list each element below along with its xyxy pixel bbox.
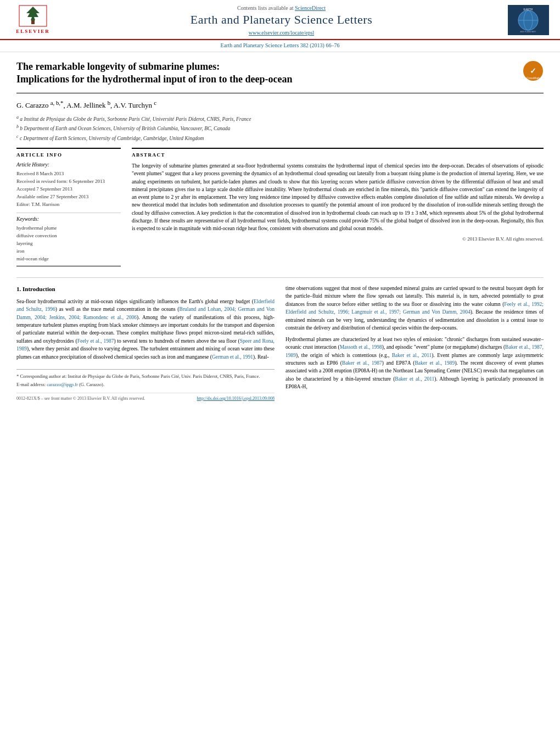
affiliations: a a Institut de Physique du Globe de Par… <box>16 114 544 142</box>
journal-center-info: Contents lists available at ScienceDirec… <box>55 3 508 37</box>
svg-text:AND PLANETARY: AND PLANETARY <box>520 31 537 33</box>
svg-text:EARTH: EARTH <box>524 8 533 11</box>
earth-planetary-logo: EARTH AND PLANETARY <box>508 5 549 35</box>
received-date: Received 8 March 2013 <box>16 170 121 177</box>
intro-para1: Sea-floor hydrothermal activity at mid-o… <box>16 298 275 361</box>
keywords-section: Keywords: hydrothermal plume diffusive c… <box>16 213 121 263</box>
keyword-3: layering <box>16 240 121 247</box>
article-title-section: The remarkable longevity of submarine pl… <box>16 60 544 93</box>
ref-baker2011a[interactable]: Baker et al., 2011 <box>392 353 432 358</box>
footnote-email: E-mail address: carazzo@ipgp.fr (G. Cara… <box>16 381 275 388</box>
elsevier-tree-icon <box>19 5 47 27</box>
email-link[interactable]: carazzo@ipgp.fr <box>47 382 78 387</box>
ref-massoth[interactable]: Massoth et al., 1998 <box>340 344 382 350</box>
earth-logo-icon: EARTH AND PLANETARY <box>508 5 549 35</box>
affiliation-a: a a Institut de Physique du Globe de Par… <box>16 114 544 123</box>
footnote-corresponding: * Corresponding author at: Institut de P… <box>16 373 275 380</box>
main-content: 1. Introduction Sea-floor hydrothermal a… <box>16 277 544 402</box>
available-date: Available online 27 September 2013 <box>16 193 121 200</box>
keyword-4: iron <box>16 248 121 255</box>
crossmark-badge[interactable]: ✓ CrossMark <box>523 60 544 81</box>
crossmark-icon: ✓ CrossMark <box>523 60 544 81</box>
intro-para3: Hydrothermal plumes are characterized by… <box>285 336 544 391</box>
two-col-main: 1. Introduction Sea-floor hydrothermal a… <box>16 284 544 402</box>
keyword-5: mid-ocean ridge <box>16 255 121 263</box>
abstract-col: ABSTRACT The longevity of submarine plum… <box>132 148 544 266</box>
ref-german1991[interactable]: German et al., 1991 <box>212 354 253 360</box>
footer-issn: 0012-821X/$ – see front matter © 2013 El… <box>16 395 145 402</box>
keyword-2: diffusive convection <box>16 232 121 239</box>
affiliation-c: c c Department of Earth Sciences, Univer… <box>16 133 544 142</box>
ref-feely1987[interactable]: Feely et al., 1987 <box>77 338 114 344</box>
journal-ref-top: Earth and Planetary Science Letters 382 … <box>0 40 560 52</box>
article-info-box: ARTICLE INFO Article History: Received 8… <box>16 148 121 266</box>
article-title-text: The remarkable longevity of submarine pl… <box>16 60 514 88</box>
sciencedirect-link[interactable]: ScienceDirect <box>295 5 326 11</box>
ref-feely1992[interactable]: Feely et al., 1992; Elderfield and Schul… <box>285 302 544 315</box>
keyword-1: hydrothermal plume <box>16 225 121 232</box>
copyright-line: © 2013 Elsevier B.V. All rights reserved… <box>132 236 544 243</box>
journal-header: ELSEVIER Contents lists available at Sci… <box>0 0 560 40</box>
keywords-label: Keywords: <box>16 216 121 224</box>
intro-heading: 1. Introduction <box>16 284 275 294</box>
abstract-box: ABSTRACT The longevity of submarine plum… <box>132 148 544 243</box>
editor: Editor: T.M. Harrison <box>16 201 121 208</box>
ref-bruland[interactable]: Bruland and Lohan, 2004; German and Von … <box>16 306 275 320</box>
svg-text:CrossMark: CrossMark <box>527 76 540 80</box>
authors-line: G. Carazzo a, b,*, A.M. Jellinek b, A.V.… <box>16 99 544 111</box>
ref-baker1989[interactable]: Baker et al., 1989 <box>415 360 455 366</box>
journal-title-header: Earth and Planetary Science Letters <box>60 13 502 27</box>
main-col-left: 1. Introduction Sea-floor hydrothermal a… <box>16 284 275 402</box>
ref-baker1987b[interactable]: Baker et al., 1987 <box>342 360 382 366</box>
article-info-col: ARTICLE INFO Article History: Received 8… <box>16 148 121 266</box>
intro-para2: time observations suggest that most of t… <box>285 284 544 332</box>
contents-prefix: Contents lists available at ScienceDirec… <box>237 5 326 11</box>
abstract-text: The longevity of submarine plumes genera… <box>132 162 544 232</box>
elsevier-label: ELSEVIER <box>16 28 50 35</box>
article-info-title: ARTICLE INFO <box>16 152 121 159</box>
article-footer: * Corresponding author at: Institut de P… <box>16 369 275 402</box>
elsevier-logo: ELSEVIER <box>11 5 55 35</box>
abstract-title: ABSTRACT <box>132 152 544 159</box>
footer-bottom: 0012-821X/$ – see front matter © 2013 El… <box>16 393 275 402</box>
ref-speer[interactable]: Speer and Rona, 1989 <box>16 338 275 352</box>
ref-baker2011b[interactable]: Baker et al., 2011 <box>395 376 434 382</box>
article-history-label: Article History: <box>16 161 121 169</box>
article-body: The remarkable longevity of submarine pl… <box>0 52 560 410</box>
footer-doi[interactable]: http://dx.doi.org/10.1016/j.epsl.2013.09… <box>197 395 275 402</box>
svg-text:✓: ✓ <box>530 66 536 75</box>
affiliation-b: b b Department of Earth and Ocean Scienc… <box>16 124 544 132</box>
svg-rect-2 <box>31 20 35 24</box>
journal-website-link[interactable]: www.elsevier.com/locate/epsl <box>60 29 502 37</box>
article-main-title: The remarkable longevity of submarine pl… <box>16 60 514 86</box>
main-col-right: time observations suggest that most of t… <box>285 284 544 402</box>
accepted-date: Accepted 7 September 2013 <box>16 186 121 193</box>
revised-date: Received in revised form: 6 September 20… <box>16 178 121 185</box>
info-abstract-row: ARTICLE INFO Article History: Received 8… <box>16 148 544 266</box>
